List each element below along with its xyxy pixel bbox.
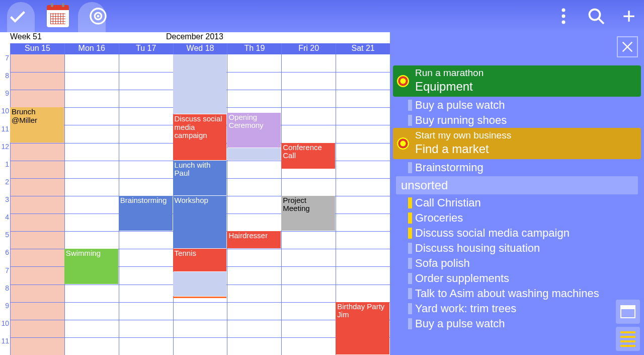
task-item[interactable]: Discuss social media campaign (393, 226, 641, 241)
hour-label: 7 (0, 54, 10, 72)
hour-label: 5 (0, 231, 10, 249)
hour-label: 12 (0, 143, 10, 161)
hour-label: 8 (0, 285, 10, 302)
task-item[interactable]: Order supplements (393, 271, 641, 286)
hour-label: 4 (0, 214, 10, 231)
hour-label: 8 (0, 72, 10, 90)
day-header[interactable]: Mon 16 (64, 43, 119, 54)
hour-label: 7 (0, 267, 10, 285)
hour-label: 3 (0, 196, 10, 214)
task-item[interactable]: Brainstorming (393, 160, 641, 175)
month-label: December 2013 (166, 32, 223, 43)
mini-calendar-icon[interactable] (616, 300, 640, 324)
close-icon[interactable] (617, 36, 638, 57)
tasks-view-icon[interactable] (5, 4, 30, 29)
list-icon[interactable] (616, 327, 640, 351)
day-header[interactable]: Sat 21 (336, 43, 390, 54)
day-header[interactable]: Tu 17 (119, 43, 173, 54)
day-header[interactable]: Fri 20 (281, 43, 336, 54)
svg-point-2 (97, 15, 100, 18)
calendar-event[interactable]: Tennis (173, 249, 227, 271)
add-icon[interactable]: + (619, 6, 639, 26)
task-sidebar: Run a marathonEquipmentBuy a pulse watch… (390, 32, 644, 355)
calendar-event[interactable]: Opening Ceremony (227, 113, 281, 148)
day-column[interactable] (10, 54, 64, 355)
svg-point-6 (590, 10, 600, 20)
hour-label: 9 (0, 302, 10, 320)
section-unsorted[interactable]: unsorted (396, 176, 638, 194)
goal-card[interactable]: Start my own businessFind a market (393, 128, 641, 159)
hour-label: 1 (0, 161, 10, 178)
task-item[interactable]: Groceries (393, 210, 641, 226)
task-item[interactable]: Buy running shoes (393, 113, 641, 128)
hour-label: 2 (0, 178, 10, 196)
hour-label: 10 (0, 320, 10, 337)
calendar-view-icon[interactable] (45, 4, 70, 29)
goal-badge-icon (397, 75, 409, 87)
hour-label: 11 (0, 125, 10, 143)
week-calendar: Week 51 December 2013 Sun 15Mon 16Tu 17W… (0, 32, 390, 355)
week-label: Week 51 (10, 32, 166, 43)
goal-badge-icon (397, 137, 409, 150)
hour-label: 6 (0, 249, 10, 266)
more-icon[interactable] (553, 6, 574, 26)
hour-label: 11 (0, 337, 10, 355)
calendar-event[interactable]: Swimming (64, 249, 118, 283)
calendar-event[interactable]: Project Meeting (281, 196, 335, 231)
day-column[interactable] (64, 54, 119, 355)
hour-label: 10 (0, 107, 10, 125)
calendar-event[interactable]: Birthday Party Jim (336, 302, 389, 354)
task-item[interactable]: Call Christian (393, 195, 641, 210)
calendar-event[interactable]: Conference Call (281, 143, 335, 169)
svg-point-3 (562, 9, 566, 12)
calendar-event[interactable] (173, 54, 227, 114)
task-item[interactable]: Buy a pulse watch (393, 98, 641, 113)
day-header[interactable]: Th 19 (227, 43, 281, 54)
task-item[interactable]: Discuss housing situation (393, 241, 641, 256)
calendar-event[interactable] (173, 272, 227, 296)
task-item[interactable]: Sofa polish (393, 256, 641, 271)
calendar-event[interactable]: Brainstorming (119, 196, 173, 231)
calendar-event[interactable] (227, 148, 281, 160)
day-header[interactable]: Wed 18 (173, 43, 227, 54)
svg-point-5 (562, 21, 566, 24)
goal-card[interactable]: Run a marathonEquipment (393, 65, 641, 97)
task-item[interactable]: Buy a pulse watch (393, 316, 641, 331)
calendar-event[interactable]: Lunch with Paul (173, 161, 227, 195)
calendar-event[interactable]: Brunch @Miller (10, 107, 64, 142)
calendar-event[interactable]: Workshop (173, 196, 227, 248)
goals-view-icon[interactable] (86, 4, 111, 29)
task-item[interactable]: Talk to Asim about washing machines (393, 286, 641, 301)
task-item[interactable]: Yard work: trim trees (393, 301, 641, 316)
calendar-event[interactable]: Hairdresser (227, 231, 281, 248)
day-header[interactable]: Sun 15 (10, 43, 64, 54)
svg-line-7 (599, 19, 604, 24)
top-toolbar: + (0, 0, 644, 32)
svg-point-4 (562, 15, 566, 18)
hour-label: 9 (0, 90, 10, 107)
day-column[interactable] (227, 54, 281, 355)
search-icon[interactable] (586, 6, 606, 26)
calendar-event[interactable]: Discuss social media campaign (173, 114, 227, 160)
